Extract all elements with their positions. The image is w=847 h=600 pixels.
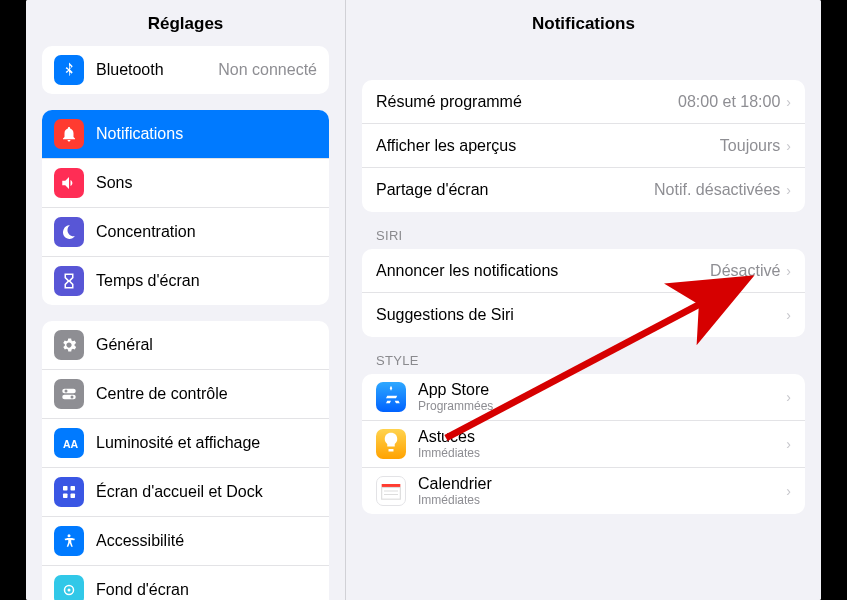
sidebar-item-focus[interactable]: Concentration: [42, 208, 329, 257]
row-show-previews[interactable]: Afficher les aperçus Toujours ›: [362, 124, 805, 168]
display-label: Luminosité et affichage: [96, 434, 317, 452]
general-label: Général: [96, 336, 317, 354]
svg-point-3: [71, 396, 74, 399]
scheduled-summary-label: Résumé programmé: [376, 93, 678, 111]
sidebar-item-control-center[interactable]: Centre de contrôle: [42, 370, 329, 419]
sidebar-title: Réglages: [26, 0, 345, 46]
show-previews-label: Afficher les aperçus: [376, 137, 720, 155]
sidebar-item-accessibility[interactable]: Accessibilité: [42, 517, 329, 566]
hourglass-icon: [54, 266, 84, 296]
screen-sharing-label: Partage d'écran: [376, 181, 654, 199]
focus-label: Concentration: [96, 223, 317, 241]
appstore-name: App Store: [418, 381, 780, 399]
svg-rect-13: [382, 488, 401, 500]
screen-sharing-value: Notif. désactivées: [654, 181, 780, 199]
chevron-right-icon: ›: [786, 182, 791, 198]
detail-title: Notifications: [346, 0, 821, 46]
group-general: Général Centre de contrôle AA Luminosité…: [42, 321, 329, 600]
control-center-label: Centre de contrôle: [96, 385, 317, 403]
wallpaper-label: Fond d'écran: [96, 581, 317, 599]
svg-text:AA: AA: [63, 438, 78, 450]
tips-sub: Immédiates: [418, 446, 780, 460]
appstore-icon: [376, 382, 406, 412]
group-siri: Annoncer les notifications Désactivé › S…: [362, 249, 805, 337]
calendar-icon: [376, 476, 406, 506]
announce-label: Annoncer les notifications: [376, 262, 710, 280]
chevron-right-icon: ›: [786, 307, 791, 323]
notifications-label: Notifications: [96, 125, 317, 143]
svg-point-9: [68, 534, 71, 537]
chevron-right-icon: ›: [786, 483, 791, 499]
show-previews-value: Toujours: [720, 137, 780, 155]
app-row-calendar[interactable]: Calendrier Immédiates ›: [362, 468, 805, 514]
chevron-right-icon: ›: [786, 94, 791, 110]
sidebar-item-bluetooth[interactable]: Bluetooth Non connecté: [42, 46, 329, 94]
sidebar-item-screentime[interactable]: Temps d'écran: [42, 257, 329, 305]
sidebar-item-notifications[interactable]: Notifications: [42, 110, 329, 159]
svg-rect-5: [63, 486, 68, 491]
moon-icon: [54, 217, 84, 247]
svg-rect-6: [71, 486, 76, 491]
grid-icon: [54, 477, 84, 507]
bluetooth-label: Bluetooth: [96, 61, 210, 79]
scheduled-summary-value: 08:00 et 18:00: [678, 93, 780, 111]
chevron-right-icon: ›: [786, 389, 791, 405]
row-scheduled-summary[interactable]: Résumé programmé 08:00 et 18:00 ›: [362, 80, 805, 124]
bluetooth-icon: [54, 55, 84, 85]
svg-rect-0: [62, 389, 76, 394]
app-row-appstore[interactable]: App Store Programmées ›: [362, 374, 805, 421]
tips-name: Astuces: [418, 428, 780, 446]
chevron-right-icon: ›: [786, 263, 791, 279]
sidebar-item-general[interactable]: Général: [42, 321, 329, 370]
sidebar-item-display[interactable]: AA Luminosité et affichage: [42, 419, 329, 468]
toggles-icon: [54, 379, 84, 409]
sidebar-item-sounds[interactable]: Sons: [42, 159, 329, 208]
section-header-style: STYLE: [376, 353, 791, 368]
accessibility-icon: [54, 526, 84, 556]
row-screen-sharing[interactable]: Partage d'écran Notif. désactivées ›: [362, 168, 805, 212]
svg-rect-1: [62, 395, 76, 400]
gear-icon: [54, 330, 84, 360]
home-dock-label: Écran d'accueil et Dock: [96, 483, 317, 501]
group-summary: Résumé programmé 08:00 et 18:00 › Affich…: [362, 80, 805, 212]
calendar-name: Calendrier: [418, 475, 780, 493]
sounds-icon: [54, 168, 84, 198]
appstore-sub: Programmées: [418, 399, 780, 413]
display-icon: AA: [54, 428, 84, 458]
calendar-sub: Immédiates: [418, 493, 780, 507]
row-announce-notifications[interactable]: Annoncer les notifications Désactivé ›: [362, 249, 805, 293]
bell-icon: [54, 119, 84, 149]
chevron-right-icon: ›: [786, 436, 791, 452]
svg-point-11: [68, 589, 71, 592]
bluetooth-value: Non connecté: [218, 61, 317, 79]
announce-value: Désactivé: [710, 262, 780, 280]
svg-rect-8: [71, 494, 76, 499]
tips-icon: [376, 429, 406, 459]
group-apps: App Store Programmées › Astuces Immédiat…: [362, 374, 805, 514]
group-notifications: Notifications Sons Concentration: [42, 110, 329, 305]
siri-suggestions-label: Suggestions de Siri: [376, 306, 780, 324]
screentime-label: Temps d'écran: [96, 272, 317, 290]
app-row-tips[interactable]: Astuces Immédiates ›: [362, 421, 805, 468]
row-siri-suggestions[interactable]: Suggestions de Siri ›: [362, 293, 805, 337]
svg-point-2: [65, 390, 68, 393]
group-bluetooth: Bluetooth Non connecté: [42, 46, 329, 94]
svg-rect-7: [63, 494, 68, 499]
settings-sidebar: Réglages Bluetooth Non connecté Notifica…: [26, 0, 346, 600]
wallpaper-icon: [54, 575, 84, 600]
chevron-right-icon: ›: [786, 138, 791, 154]
accessibility-label: Accessibilité: [96, 532, 317, 550]
sidebar-item-home-dock[interactable]: Écran d'accueil et Dock: [42, 468, 329, 517]
sidebar-item-wallpaper[interactable]: Fond d'écran: [42, 566, 329, 600]
sounds-label: Sons: [96, 174, 317, 192]
section-header-siri: SIRI: [376, 228, 791, 243]
detail-panel: Notifications Résumé programmé 08:00 et …: [346, 0, 821, 600]
